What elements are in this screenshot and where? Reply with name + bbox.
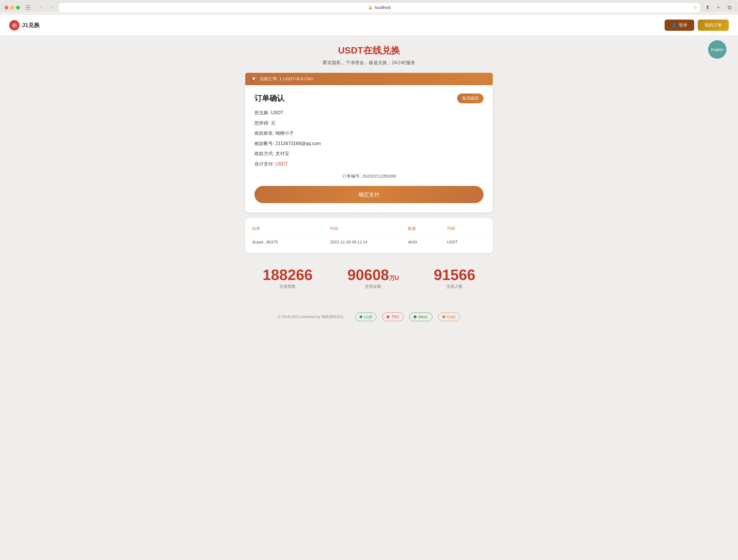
back-button[interactable]: ‹ [37, 3, 45, 12]
minimize-dot[interactable] [10, 6, 14, 9]
order-card: 订单确认 取消返回 您兑换: USDT 您所得: 元 收款姓名: 锦鲤小子 [245, 85, 493, 212]
forward-button[interactable]: › [47, 3, 56, 12]
badge-gate[interactable]: Gate [438, 313, 460, 321]
main-content: USDT在线兑换 匿名隐私，干净资金，极速兑换，24小时服务 📢 当前汇率: 1… [240, 36, 498, 301]
speaker-icon: 📢 [251, 76, 257, 82]
mexc-dot [414, 316, 416, 318]
name-row: 收款姓名: 锦鲤小子 [255, 129, 483, 137]
tabs-button[interactable]: ⧉ [725, 3, 733, 12]
receive-row: 您所得: 元 [255, 119, 483, 127]
confirm-button[interactable]: 确定支付 [255, 186, 483, 203]
order-id: 订单编号: JS202211289288 [255, 173, 483, 179]
badge-mexc[interactable]: Mexc [409, 313, 432, 321]
login-icon: 👤 [672, 23, 677, 28]
subtitle: 匿名隐私，干净资金，极速兑换，24小时服务 [245, 60, 493, 66]
stat-users: 91566 交易人数 [434, 267, 475, 289]
stat-transactions: 188266 交易笔数 [263, 267, 313, 289]
share-button[interactable]: ⬆ [703, 3, 712, 12]
address-bar[interactable]: 🔒 localhost ↻ [59, 3, 700, 12]
cell-amount: 4043 [408, 240, 447, 244]
stat-users-number: 91566 [434, 267, 475, 282]
col-hash: 哈希 [252, 226, 330, 231]
stat-transactions-label: 交易笔数 [263, 284, 313, 289]
cancel-button[interactable]: 取消返回 [457, 93, 483, 103]
usdt-dot [360, 316, 362, 318]
stat-volume-unit: 万U [389, 275, 399, 281]
badge-mexc-label: Mexc [418, 315, 428, 319]
logo: J1兑换 [9, 20, 40, 30]
badge-trx-label: TRX [391, 315, 399, 319]
footer-content: © 2018-2022 powered by 锦鲤源码论坛 Usdt TRX M… [6, 313, 732, 321]
transaction-card: 哈希 时间 数量 币种 dcaa4...8b379 2022-11-28 08:… [245, 218, 493, 253]
stats-section: 188266 交易笔数 90608万U 交易金额 91566 交易人数 [245, 261, 493, 292]
cell-coin: USDT [447, 240, 486, 244]
order-title: 订单确认 [255, 93, 284, 103]
browser-nav: ‹ › [37, 3, 56, 12]
order-info: 您兑换: USDT 您所得: 元 收款姓名: 锦鲤小子 收款帐号: 211267… [255, 109, 483, 168]
col-coin: 币种 [447, 226, 486, 231]
login-button[interactable]: 👤 登录 [665, 20, 694, 31]
browser-actions: ⬆ + ⧉ [703, 3, 733, 12]
browser-dots [5, 6, 20, 9]
method-row: 收款方式: 支付宝 [255, 150, 483, 157]
site-header: J1兑换 👤 登录 我的订单 [0, 15, 738, 36]
badge-gate-label: Gate [447, 315, 456, 319]
page-content: J1兑换 👤 登录 我的订单 English USDT在线兑换 匿名隐私，干净资… [0, 15, 738, 339]
rate-text: 当前汇率: 1 USDT=8.8 CNY [260, 76, 313, 82]
cell-hash: dcaa4...8b379 [252, 240, 330, 244]
badge-usdt-label: Usdt [364, 315, 372, 319]
exchange-row: 您兑换: USDT [255, 109, 483, 116]
footer: © 2018-2022 powered by 锦鲤源码论坛 Usdt TRX M… [0, 307, 738, 327]
table-header: 哈希 时间 数量 币种 [252, 224, 486, 234]
order-header: 订单确认 取消返回 [255, 93, 483, 103]
cell-time: 2022-11-28 08:11:24 [330, 240, 408, 244]
browser-chrome: ‹ › 🔒 localhost ↻ ⬆ + ⧉ [0, 0, 738, 12]
badge-trx[interactable]: TRX [382, 313, 404, 321]
page-title: USDT在线兑换 [245, 44, 493, 57]
english-button[interactable]: English [708, 40, 726, 59]
stat-transactions-number: 188266 [263, 267, 313, 282]
svg-rect-1 [26, 7, 30, 8]
col-time: 时间 [330, 226, 408, 231]
new-tab-button[interactable]: + [714, 3, 722, 12]
svg-rect-0 [26, 5, 30, 6]
trx-dot [387, 316, 389, 318]
gate-dot [442, 316, 445, 318]
order-section: 📢 当前汇率: 1 USDT=8.8 CNY 订单确认 取消返回 您兑换: US… [245, 73, 493, 212]
copyright: © 2018-2022 powered by 锦鲤源码论坛 [278, 314, 344, 320]
lock-icon: 🔒 [368, 5, 372, 9]
rate-banner: 📢 当前汇率: 1 USDT=8.8 CNY [245, 73, 493, 85]
sidebar-button[interactable] [23, 3, 32, 12]
orders-button[interactable]: 我的订单 [698, 20, 729, 31]
account-row: 收款帐号: 2112673168@qq.com [255, 140, 483, 147]
header-buttons: 👤 登录 我的订单 [665, 20, 729, 31]
col-amount: 数量 [408, 226, 447, 231]
stat-users-label: 交易人数 [434, 284, 475, 289]
refresh-icon[interactable]: ↻ [694, 5, 697, 10]
table-row: dcaa4...8b379 2022-11-28 08:11:24 4043 U… [252, 237, 486, 247]
url-text: localhost [375, 5, 391, 10]
stat-volume-label: 交易金额 [347, 284, 399, 289]
svg-rect-2 [26, 9, 30, 9]
badge-usdt[interactable]: Usdt [355, 313, 377, 321]
browser-toolbar: ‹ › 🔒 localhost ↻ ⬆ + ⧉ [5, 3, 733, 12]
logo-icon [9, 20, 20, 30]
logo-text: J1兑换 [22, 21, 40, 29]
total-row: 合计支付: USDT [255, 160, 483, 168]
stat-volume-number: 90608万U [347, 267, 399, 282]
stat-volume: 90608万U 交易金额 [347, 267, 399, 289]
close-dot[interactable] [5, 6, 8, 9]
maximize-dot[interactable] [16, 6, 20, 9]
